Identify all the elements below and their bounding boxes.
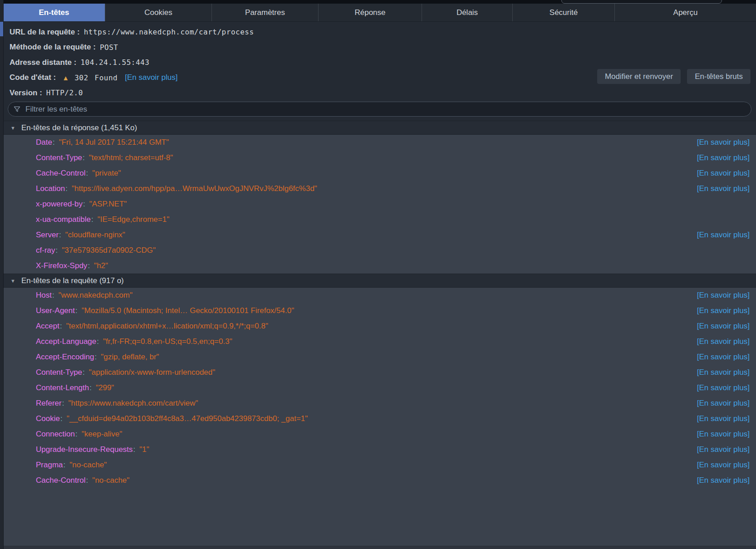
method-label: Méthode de la requête : (10, 43, 96, 52)
header-row: Host : "www.nakedcph.com" [En savoir plu… (3, 288, 756, 303)
header-value: "gzip, deflate, br" (101, 353, 159, 362)
learn-more-link[interactable]: [En savoir plus] (697, 153, 750, 162)
header-value: "https://live.adyen.com/hpp/pa…WrmaUwUwx… (72, 184, 317, 193)
header-name: Cache-Control (36, 476, 86, 485)
header-row: Date : "Fri, 14 Jul 2017 15:21:44 GMT" [… (3, 135, 756, 150)
header-separator: : (64, 461, 66, 470)
tab-s-curit-[interactable]: Sécurité (513, 4, 615, 21)
tab-en-t-tes[interactable]: En-têtes (3, 4, 105, 21)
header-value: "text/html,application/xhtml+x…lication/… (66, 322, 268, 331)
twisty-expanded-icon[interactable]: ▼ (10, 125, 15, 131)
header-separator: : (65, 184, 68, 193)
warning-icon: ▲ (62, 74, 69, 82)
learn-more-link[interactable]: [En savoir plus] (697, 322, 750, 331)
header-row: x-ua-compatible : "IE=Edge,chrome=1" (3, 212, 756, 227)
tab-cookies[interactable]: Cookies (105, 4, 212, 21)
header-value: "299" (96, 383, 114, 392)
header-value: "Fri, 14 Jul 2017 15:21:44 GMT" (59, 138, 169, 147)
address-value: 104.24.1.55:443 (80, 58, 149, 67)
header-name: Content-Type (36, 368, 82, 377)
filter-headers-input[interactable] (25, 104, 746, 114)
header-separator: : (60, 414, 63, 423)
twisty-expanded-icon[interactable]: ▼ (10, 278, 15, 284)
raw-headers-button[interactable]: En-têtes bruts (687, 69, 751, 84)
header-name: Server (36, 230, 59, 240)
header-row: Accept-Language : "fr,fr-FR;q=0.8,en-US;… (3, 334, 756, 349)
header-value: "private" (92, 169, 121, 178)
header-value: "www.nakedcph.com" (59, 291, 133, 300)
header-separator: : (59, 230, 61, 240)
header-name: Pragma (36, 461, 63, 470)
header-separator: : (89, 383, 92, 392)
learn-more-link[interactable]: [En savoir plus] (697, 230, 750, 240)
header-separator: : (86, 169, 88, 178)
filter-headers-field[interactable] (8, 102, 751, 117)
learn-more-link[interactable]: [En savoir plus] (697, 306, 750, 315)
header-separator: : (56, 246, 58, 255)
selected-request-indicator (0, 22, 3, 36)
learn-more-link[interactable]: [En savoir plus] (697, 414, 750, 423)
learn-more-link[interactable]: [En savoir plus] (697, 476, 750, 485)
tab-param-tres[interactable]: Paramètres (212, 4, 319, 21)
method-value: POST (100, 43, 118, 52)
learn-more-link[interactable]: [En savoir plus] (697, 383, 750, 392)
learn-more-link[interactable]: [En savoir plus] (697, 184, 750, 193)
filter-funnel-icon (14, 106, 20, 113)
header-separator: : (95, 353, 97, 362)
status-text: Found (95, 74, 118, 82)
tab-d-lais[interactable]: Délais (422, 4, 513, 21)
header-separator: : (86, 476, 88, 485)
learn-more-link[interactable]: [En savoir plus] (697, 430, 750, 439)
header-name: Accept-Language (36, 337, 96, 346)
learn-more-link[interactable]: [En savoir plus] (697, 368, 750, 377)
header-value: "h2" (94, 261, 108, 270)
header-row: Content-Type : "application/x-www-form-u… (3, 365, 756, 380)
learn-more-link[interactable]: [En savoir plus] (697, 445, 750, 454)
header-value: "application/x-www-form-urlencoded" (89, 368, 216, 377)
learn-more-link[interactable]: [En savoir plus] (697, 461, 750, 470)
address-label: Adresse distante : (10, 58, 76, 67)
learn-more-link[interactable]: [En savoir plus] (697, 291, 750, 300)
summary-method-line: Méthode de la requête : POST (10, 40, 756, 55)
header-value: "https://www.nakedcph.com/cart/view" (68, 399, 198, 408)
header-row: Content-Type : "text/html; charset=utf-8… (3, 150, 756, 166)
learn-more-link[interactable]: [En savoir plus] (697, 138, 750, 147)
header-value: "Mozilla/5.0 (Macintosh; Intel… Gecko/20… (82, 306, 294, 315)
learn-more-link[interactable]: [En savoir plus] (697, 353, 750, 362)
header-value: "IE=Edge,chrome=1" (98, 215, 170, 224)
section-title: En-têtes de la réponse (1,451 Ko) (21, 123, 137, 132)
section-header[interactable]: ▼ En-têtes de la requête (917 o) (3, 274, 756, 288)
header-value: "__cfduid=de94a02b103b2ff4c8a3…47ed950ab… (67, 414, 308, 423)
detail-tabbar: En-têtesCookiesParamètresRéponseDélaisSé… (3, 4, 756, 22)
learn-more-link[interactable]: [En savoir plus] (697, 337, 750, 346)
header-name: Content-Type (36, 153, 82, 162)
edit-resend-button[interactable]: Modifier et renvoyer (597, 69, 681, 84)
status-label: Code d'état : (10, 73, 56, 82)
summary-version-line: Version : HTTP/2.0 (10, 85, 756, 101)
learn-more-link[interactable]: [En savoir plus] (697, 169, 750, 178)
header-value: "keep-alive" (82, 430, 123, 439)
header-separator: : (75, 430, 78, 439)
header-separator: : (91, 215, 93, 224)
header-separator: : (83, 368, 85, 377)
tab-r-ponse[interactable]: Réponse (319, 4, 422, 21)
section-header[interactable]: ▼ En-têtes de la réponse (1,451 Ko) (3, 121, 756, 135)
header-row: Accept : "text/html,application/xhtml+x…… (3, 319, 756, 334)
header-separator: : (97, 337, 99, 346)
learn-more-link[interactable]: [En savoir plus] (697, 399, 750, 408)
header-name: Connection (36, 430, 75, 439)
tab-aper-u[interactable]: Aperçu (615, 4, 756, 21)
header-name: cf-ray (36, 246, 55, 255)
headers-sections: ▼ En-têtes de la réponse (1,451 Ko) Date… (3, 121, 756, 549)
header-value: "no-cache" (69, 461, 107, 470)
status-learn-more-link[interactable]: [En savoir plus] (125, 73, 177, 82)
header-name: x-powered-by (36, 200, 83, 209)
request-summary: URL de la requête : https://www.nakedcph… (3, 21, 756, 101)
header-row: Connection : "keep-alive" [En savoir plu… (3, 426, 756, 442)
header-name: Host (36, 291, 52, 300)
section-rows: Date : "Fri, 14 Jul 2017 15:21:44 GMT" [… (3, 135, 756, 274)
url-label: URL de la requête : (10, 28, 80, 37)
header-value: "37e579365d7a0902-CDG" (62, 246, 156, 255)
header-separator: : (75, 306, 78, 315)
header-name: Content-Length (36, 383, 89, 392)
